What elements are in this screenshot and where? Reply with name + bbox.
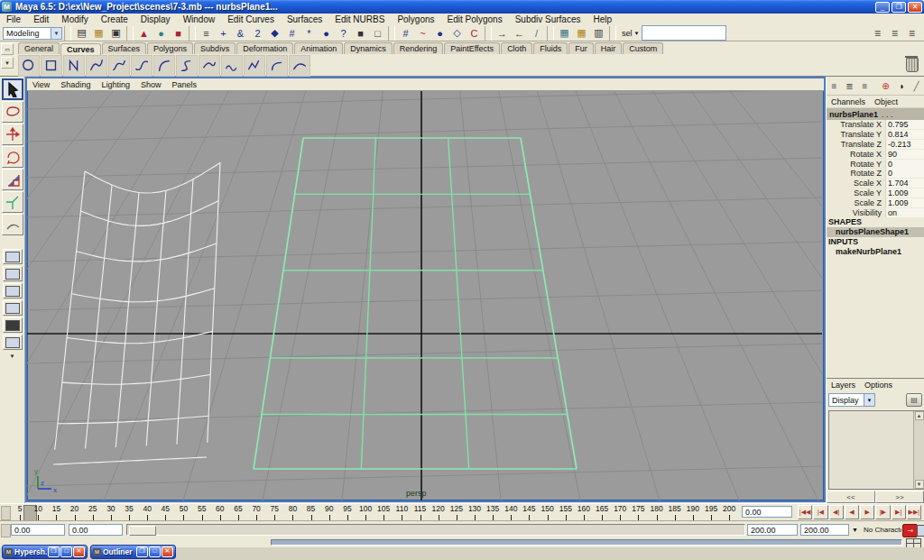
select-deformations-icon[interactable]: # (284, 26, 300, 41)
shelf-tab[interactable]: Animation (294, 42, 343, 54)
frame-tick[interactable]: 160 (575, 504, 593, 521)
manip-update-icon[interactable]: ◑ (894, 79, 908, 92)
animation-start-field[interactable]: 0.00 (11, 524, 65, 536)
hypershade-minimized-window[interactable]: M Hypersh... ❐ □ ✕ (2, 545, 88, 559)
channel-row[interactable]: Scale Y 1.009 (827, 188, 924, 198)
playback-end-field[interactable]: 200.00 (747, 524, 798, 536)
frame-tick[interactable]: 140 (502, 504, 520, 521)
scene-view[interactable]: yxzpersp (27, 91, 822, 500)
channel-box-menu-item[interactable]: Object (870, 97, 902, 106)
layer-list[interactable]: ▲ ▼ (828, 410, 924, 490)
panel-menu-item[interactable]: Lighting (96, 80, 135, 89)
save-scene-icon[interactable]: ▣ (108, 26, 124, 41)
frame-tick[interactable]: 135 (484, 504, 502, 521)
time-slider-grip[interactable] (1, 506, 11, 520)
select-misc-icon[interactable]: ? (336, 26, 351, 41)
separator[interactable] (547, 26, 554, 41)
layers-next-button[interactable]: >> (875, 491, 924, 503)
hypergraph-layout-button[interactable] (3, 335, 23, 350)
channel-row[interactable]: Rotate X 90 (827, 149, 924, 159)
maximize-icon[interactable]: □ (60, 546, 72, 557)
select-rendering-icon[interactable]: ● (319, 26, 334, 41)
frame-tick[interactable]: 175 (629, 504, 647, 521)
frame-tick[interactable]: 40 (138, 504, 156, 521)
two-pane-stacked-layout-button[interactable] (3, 300, 23, 316)
separator[interactable] (189, 26, 196, 41)
shelf-tab[interactable]: Rendering (393, 42, 444, 54)
frame-tick[interactable]: 155 (557, 504, 575, 521)
lock-selection-icon[interactable]: ■ (353, 26, 368, 41)
separator[interactable] (388, 26, 395, 41)
frame-tick[interactable]: 85 (302, 504, 320, 521)
frame-tick[interactable]: 145 (520, 504, 538, 521)
shelf-tab[interactable]: PaintEffects (444, 42, 500, 54)
menu-item[interactable]: Create (95, 14, 134, 24)
play-forwards-button[interactable]: ▶ (860, 505, 874, 519)
shelf-tab[interactable]: Surfaces (102, 42, 147, 54)
range-slider-grip[interactable] (1, 524, 11, 537)
restore-icon[interactable]: ❐ (136, 546, 148, 557)
frame-tick[interactable]: 35 (120, 504, 138, 521)
channel-value-field[interactable]: 1.009 (885, 188, 924, 197)
menu-item[interactable]: Display (134, 14, 177, 24)
render-current-frame-icon[interactable]: ▦ (557, 26, 572, 41)
frame-tick[interactable]: 15 (47, 504, 65, 521)
frame-tick[interactable]: 115 (411, 504, 429, 521)
select-hierarchy-icon[interactable]: ▲ (136, 26, 152, 41)
select-component-icon[interactable]: ■ (171, 26, 186, 41)
snap-grids-icon[interactable]: # (398, 26, 413, 41)
channel-value-field[interactable]: 0 (885, 160, 924, 169)
menu-item[interactable]: Surfaces (281, 14, 328, 24)
frame-tick[interactable]: 195 (702, 504, 720, 521)
animation-preferences-icon[interactable] (917, 525, 924, 537)
select-handles-icon[interactable]: + (216, 26, 231, 41)
layer-list-scrollbar[interactable]: ▲ ▼ (913, 411, 924, 489)
menu-item[interactable]: Polygons (391, 14, 440, 24)
step-forward-frame-button[interactable]: ▶| (892, 505, 906, 519)
frame-tick[interactable]: 95 (338, 504, 356, 521)
frame-tick[interactable]: 110 (393, 504, 411, 521)
go-to-end-button[interactable]: ▶▶| (907, 505, 921, 519)
frame-tick[interactable]: 65 (229, 504, 247, 521)
maximize-icon[interactable]: □ (149, 546, 161, 557)
shelf-tab[interactable]: Hair (595, 42, 623, 54)
make-live-icon[interactable]: C (467, 26, 482, 41)
shape-node-item[interactable]: nurbsPlaneShape1 (827, 227, 924, 237)
frame-tick[interactable]: 125 (448, 504, 466, 521)
scroll-up-icon[interactable]: ▲ (915, 411, 924, 420)
frame-tick[interactable]: 30 (102, 504, 120, 521)
trash-icon[interactable] (906, 58, 919, 72)
frame-tick[interactable]: 5 (11, 504, 29, 521)
frame-tick[interactable]: 80 (283, 504, 301, 521)
channels-layout-icon-b[interactable]: ≣ (843, 79, 856, 92)
close-icon[interactable]: ✕ (73, 546, 85, 557)
persp-outliner-layout-button[interactable] (3, 317, 23, 333)
frame-tick[interactable]: 150 (539, 504, 557, 521)
channel-row[interactable]: Rotate Y 0 (827, 159, 924, 169)
separator[interactable] (609, 26, 616, 41)
show-attribute-editor-icon[interactable]: ≡ (870, 26, 885, 41)
play-backwards-button[interactable]: ◀ (845, 505, 859, 519)
move-tool[interactable] (2, 124, 23, 145)
menu-item[interactable]: File (0, 14, 27, 24)
range-track[interactable] (126, 524, 745, 536)
frame-tick[interactable]: 105 (374, 504, 393, 521)
snap-curves-icon[interactable]: ~ (415, 26, 430, 41)
lock-unselected-icon[interactable]: □ (370, 26, 385, 41)
text-curve-icon[interactable] (63, 55, 85, 77)
current-time-field[interactable]: 0.00 (742, 506, 792, 518)
frame-tick[interactable]: 50 (174, 504, 192, 521)
frame-tick[interactable]: 165 (593, 504, 611, 521)
fillet-curve-icon[interactable] (266, 55, 288, 77)
frame-tick[interactable]: 10 (29, 504, 47, 521)
snap-points-icon[interactable]: ● (432, 26, 448, 41)
shelf-tab-menu-button[interactable]: ▭ (1, 43, 14, 55)
channel-value-field[interactable]: 90 (885, 150, 924, 159)
detach-curves-icon[interactable] (199, 55, 220, 77)
frame-ticks[interactable]: 5 10 15 20 25 (11, 504, 738, 521)
shelf-tab[interactable]: General (18, 42, 60, 54)
title-bar[interactable]: M Maya 6.5: D:\ex\New_Project\scenes\7-3… (0, 0, 924, 14)
frame-tick[interactable]: 190 (684, 504, 702, 521)
select-dynamics-icon[interactable]: * (301, 26, 317, 41)
create-layer-icon[interactable]: ▤ (906, 393, 922, 407)
